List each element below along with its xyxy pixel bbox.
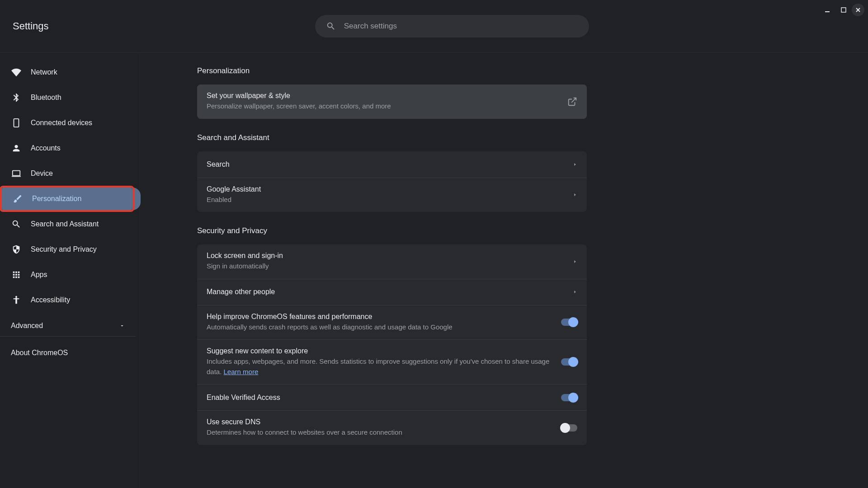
row-title: Enable Verified Access <box>207 394 552 402</box>
sidebar-item-label: Personalization <box>32 195 81 203</box>
row-subtitle: Determines how to connect to websites ov… <box>207 427 552 438</box>
page-title: Settings <box>13 20 49 32</box>
sidebar-item-connected-devices[interactable]: Connected devices <box>0 112 136 134</box>
advanced-label: Advanced <box>11 322 43 330</box>
apps-icon <box>11 269 22 280</box>
open-external-icon <box>567 97 577 107</box>
about-label: About ChromeOS <box>11 349 68 357</box>
row-secure-dns: Use secure DNS Determines how to connect… <box>197 410 587 445</box>
svg-rect-0 <box>841 8 846 12</box>
toggle-suggest-content[interactable] <box>561 358 577 366</box>
row-title: Use secure DNS <box>207 418 552 426</box>
row-title: Set your wallpaper & style <box>207 92 558 100</box>
row-suggest-content: Suggest new content to explore Includes … <box>197 339 587 384</box>
search-input[interactable] <box>344 22 578 31</box>
chevron-down-icon <box>119 323 125 328</box>
sidebar-item-label: Search and Assistant <box>31 220 99 228</box>
row-subtitle: Automatically sends crash reports as wel… <box>207 322 552 333</box>
sidebar-item-label: Device <box>31 169 53 178</box>
bluetooth-icon <box>11 92 22 103</box>
sidebar-item-security-privacy[interactable]: Security and Privacy <box>0 238 136 261</box>
accessibility-icon <box>11 295 22 305</box>
row-lock-screen[interactable]: Lock screen and sign-in Sign in automati… <box>197 244 587 279</box>
sidebar: Network Bluetooth Connected devices Acco… <box>0 53 140 488</box>
toggle-verified-access[interactable] <box>561 394 577 401</box>
row-google-assistant[interactable]: Google Assistant Enabled <box>197 178 587 212</box>
wifi-icon <box>11 67 22 78</box>
laptop-icon <box>11 168 22 179</box>
sidebar-about-chromeos[interactable]: About ChromeOS <box>0 342 140 364</box>
section-title-personalization: Personalization <box>197 66 587 75</box>
svg-point-3 <box>15 296 17 298</box>
brush-icon <box>12 193 23 204</box>
learn-more-link[interactable]: Learn more <box>224 368 259 375</box>
row-subtitle: Personalize wallpaper, screen saver, acc… <box>207 101 558 112</box>
svg-rect-2 <box>13 171 20 176</box>
row-title: Lock screen and sign-in <box>207 252 564 260</box>
sidebar-item-label: Accounts <box>31 144 61 152</box>
sidebar-item-label: Connected devices <box>31 119 92 127</box>
row-title: Help improve ChromeOS features and perfo… <box>207 313 552 321</box>
maximize-icon <box>840 7 847 13</box>
sidebar-item-apps[interactable]: Apps <box>0 263 136 286</box>
row-verified-access: Enable Verified Access <box>197 384 587 410</box>
sidebar-item-bluetooth[interactable]: Bluetooth <box>0 86 136 109</box>
search-box[interactable] <box>315 15 589 38</box>
chevron-right-icon <box>573 192 577 197</box>
row-title: Suggest new content to explore <box>207 347 552 355</box>
sidebar-item-search-assistant[interactable]: Search and Assistant <box>0 213 136 235</box>
sidebar-item-accessibility[interactable]: Accessibility <box>0 289 136 311</box>
sidebar-item-label: Apps <box>31 271 47 279</box>
close-button[interactable] <box>852 4 864 16</box>
search-icon <box>11 219 22 230</box>
chevron-right-icon <box>573 290 577 294</box>
header: Settings <box>0 0 868 53</box>
sidebar-item-label: Security and Privacy <box>31 245 97 253</box>
minimize-button[interactable] <box>819 4 835 16</box>
row-subtitle: Sign in automatically <box>207 261 564 272</box>
row-subtitle: Includes apps, webpages, and more. Sends… <box>207 357 552 377</box>
row-title: Manage other people <box>207 288 564 296</box>
sidebar-item-label: Bluetooth <box>31 94 61 102</box>
search-icon <box>326 21 336 31</box>
sidebar-item-accounts[interactable]: Accounts <box>0 137 136 160</box>
chevron-right-icon <box>573 259 577 264</box>
toggle-secure-dns[interactable] <box>561 424 577 432</box>
sidebar-item-personalization[interactable]: Personalization <box>1 188 132 210</box>
row-manage-people[interactable]: Manage other people <box>197 279 587 305</box>
row-title: Google Assistant <box>207 185 564 193</box>
sidebar-item-label: Network <box>31 68 57 76</box>
section-title-security-privacy: Security and Privacy <box>197 226 587 235</box>
minimize-icon <box>824 7 830 13</box>
row-title: Search <box>207 160 564 169</box>
row-search[interactable]: Search <box>197 151 587 178</box>
sidebar-item-device[interactable]: Device <box>0 162 136 185</box>
chevron-right-icon <box>573 162 577 167</box>
svg-rect-1 <box>14 119 19 127</box>
shield-icon <box>11 244 22 255</box>
main-content: Personalization Set your wallpaper & sty… <box>140 53 868 488</box>
devices-icon <box>11 117 22 128</box>
row-help-improve: Help improve ChromeOS features and perfo… <box>197 305 587 340</box>
sidebar-item-label: Accessibility <box>31 296 70 304</box>
person-icon <box>11 143 22 154</box>
row-wallpaper-style[interactable]: Set your wallpaper & style Personalize w… <box>197 84 587 119</box>
sidebar-advanced[interactable]: Advanced <box>0 315 136 337</box>
section-title-search-assistant: Search and Assistant <box>197 133 587 142</box>
row-subtitle: Enabled <box>207 195 564 205</box>
toggle-help-improve[interactable] <box>561 319 577 326</box>
close-icon <box>855 7 861 13</box>
maximize-button[interactable] <box>835 4 852 16</box>
sidebar-item-network[interactable]: Network <box>0 61 136 84</box>
